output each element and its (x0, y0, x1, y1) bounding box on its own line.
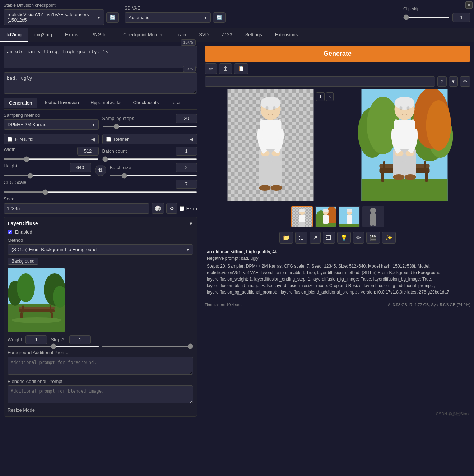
hires-fix-checkbox[interactable] (8, 137, 12, 142)
bg-image-container (8, 268, 65, 332)
method-row: Method (SD1.5) From Background to Foregr… (8, 237, 193, 255)
bulb-tool-button[interactable]: 💡 (337, 232, 351, 244)
sampling-steps-slider[interactable] (102, 126, 198, 127)
vae-group: SD VAE Automatic ▾ 🔄 (125, 6, 226, 23)
stop-at-slider[interactable] (102, 346, 194, 347)
batch-count-input[interactable] (176, 147, 197, 156)
blended-prompt-textarea[interactable] (8, 385, 193, 403)
gen-tab-checkpoints[interactable]: Checkpoints (128, 98, 164, 108)
dice-button[interactable]: 🎲 (152, 203, 164, 214)
trash-button[interactable]: 🗑 (219, 63, 232, 74)
weight-input[interactable] (25, 335, 47, 344)
height-batchsize-row: Height ⇅ Batch size (4, 163, 197, 177)
batch-count-slider[interactable] (102, 158, 198, 160)
main-tabs: txt2img img2img Extras PNG Info Checkpoi… (0, 28, 474, 42)
gen-tab-hypernetworks[interactable]: Hypernetworks (85, 98, 127, 108)
style-edit-button[interactable]: ✏ (460, 76, 470, 87)
svg-rect-10 (22, 305, 24, 313)
bg-close-button[interactable]: × (465, 1, 473, 9)
expand-tool-button[interactable]: ↗ (310, 232, 321, 244)
image-tool-button[interactable]: 🖼 (323, 232, 335, 244)
sampling-method-select[interactable]: DPM++ 2M Karras ▾ (4, 119, 99, 130)
generate-button[interactable]: Generate (205, 46, 470, 62)
film-tool-button[interactable]: 🎬 (366, 232, 380, 244)
stop-at-input[interactable] (69, 335, 91, 344)
negative-prompt-area: 3/75 bad, ugly (4, 72, 197, 95)
tab-extensions[interactable]: Extensions (269, 28, 305, 42)
method-select[interactable]: (SD1.5) From Background to Foreground ▾ (8, 244, 193, 255)
positive-prompt-input[interactable]: an old man sitting, high quality, 4k (4, 46, 197, 68)
width-slider[interactable] (4, 158, 99, 160)
right-panel: Generate ✏ 🗑 📋 × ▾ ✏ (201, 42, 474, 420)
tab-img2img[interactable]: img2img (28, 28, 59, 42)
cfg-scale-input[interactable] (176, 180, 197, 189)
style-x-button[interactable]: × (437, 76, 447, 87)
gen-tab-lora[interactable]: Lora (165, 98, 185, 108)
style-input[interactable] (205, 76, 435, 87)
tools-row: 📁 🗂 ↗ 🖼 💡 ✏ 🎬 ✨ (205, 232, 470, 244)
refiner-label: Refiner (114, 137, 129, 142)
svg-rect-72 (323, 215, 329, 224)
archive-tool-button[interactable]: 🗂 (295, 232, 307, 244)
enabled-checkbox[interactable] (8, 230, 12, 234)
svg-rect-38 (362, 179, 448, 201)
tab-svd[interactable]: SVD (192, 28, 215, 42)
gen-tab-textual-inversion[interactable]: Textual Inversion (39, 98, 84, 108)
tab-png-info[interactable]: PNG Info (85, 28, 117, 42)
refiner-checkbox[interactable] (106, 137, 111, 142)
thumbnail-2[interactable] (315, 206, 336, 227)
close-button-1[interactable]: × (326, 92, 334, 101)
height-slider[interactable] (4, 175, 91, 176)
method-chevron-icon: ▾ (187, 247, 189, 252)
vae-refresh-button[interactable]: 🔄 (213, 12, 226, 23)
recycle-button[interactable]: ♻ (166, 203, 177, 214)
sampling-steps-label: Sampling steps (102, 116, 138, 121)
extra-checkbox[interactable] (180, 206, 184, 211)
weight-slider[interactable] (8, 346, 99, 347)
download-button-1[interactable]: ⬇ (316, 92, 325, 101)
width-input[interactable] (77, 147, 99, 156)
cfg-scale-slider[interactable] (4, 191, 197, 193)
magic-tool-button[interactable]: ✨ (382, 232, 396, 244)
svg-rect-11 (50, 305, 51, 313)
resize-mode-label: Resize Mode (8, 407, 193, 413)
edit-tool-button[interactable]: ✏ (353, 232, 364, 244)
clip-skip-slider[interactable] (403, 17, 450, 18)
fg-prompt-textarea[interactable] (8, 357, 193, 375)
action-buttons-row: ✏ 🗑 📋 (205, 63, 470, 74)
checkpoint-refresh-button[interactable]: 🔄 (106, 12, 119, 23)
right-top-controls: Generate ✏ 🗑 📋 × ▾ ✏ (205, 46, 470, 87)
height-input[interactable] (70, 163, 91, 172)
tab-z123[interactable]: Z123 (215, 28, 239, 42)
checkpoint-select[interactable]: realisticVisionV51_v51VAE.safetensors [1… (4, 9, 104, 25)
tab-txt2img[interactable]: txt2img (0, 28, 28, 42)
hires-refiner-row: Hires. fix ◀ Refiner ◀ (4, 134, 197, 144)
negative-prompt-input[interactable]: bad, ugly (4, 72, 197, 94)
enabled-row: Enabled (8, 229, 193, 235)
style-chevron-button[interactable]: ▾ (449, 76, 458, 87)
seed-input[interactable] (4, 203, 149, 214)
thumbnail-3[interactable] (339, 206, 360, 227)
pencil-button[interactable]: ✏ (205, 63, 217, 74)
svg-rect-6 (19, 309, 55, 312)
batch-size-slider[interactable] (110, 175, 198, 176)
enabled-label: Enabled (15, 229, 32, 235)
svg-rect-7 (19, 307, 55, 309)
thumbnail-1[interactable] (291, 206, 313, 227)
clip-skip-input[interactable] (452, 13, 470, 22)
fg-prompt-section: Foreground Additional Prompt (8, 350, 193, 376)
clipboard-button[interactable]: 📋 (234, 63, 248, 74)
gen-tab-generation[interactable]: Generation (4, 98, 37, 108)
batch-size-input[interactable] (176, 163, 197, 172)
svg-point-37 (426, 100, 451, 151)
tab-settings[interactable]: Settings (239, 28, 269, 42)
thumbnail-4[interactable] (362, 206, 384, 227)
vae-select[interactable]: Automatic ▾ (125, 12, 211, 23)
sampling-steps-input[interactable] (176, 114, 197, 123)
layerdiffuse-collapse-icon[interactable]: ▼ (189, 221, 193, 226)
tab-checkpoint-merger[interactable]: Checkpoint Merger (117, 28, 169, 42)
cfg-scale-label: CFG Scale (4, 180, 40, 189)
folder-tool-button[interactable]: 📁 (279, 232, 293, 244)
tab-extras[interactable]: Extras (59, 28, 85, 42)
swap-dimensions-button[interactable]: ⇅ (95, 165, 106, 176)
